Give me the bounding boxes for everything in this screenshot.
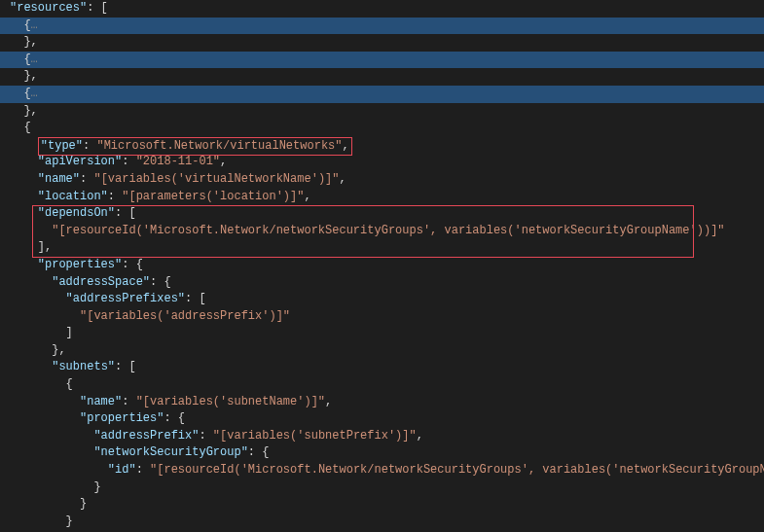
- code-line[interactable]: "properties": {: [0, 410, 764, 428]
- code-line[interactable]: {: [0, 120, 764, 137]
- code-line-collapsed[interactable]: {…: [0, 52, 764, 69]
- code-line[interactable]: ]: [0, 325, 764, 342]
- code-line-collapsed[interactable]: {…: [0, 18, 764, 35]
- code-line[interactable]: "resources": [: [0, 0, 764, 18]
- code-line[interactable]: },: [0, 68, 764, 86]
- code-line[interactable]: },: [0, 342, 764, 360]
- code-line[interactable]: "networkSecurityGroup": {: [0, 444, 764, 462]
- code-line[interactable]: "apiVersion": "2018-11-01",: [0, 154, 764, 171]
- code-line[interactable]: "addressPrefixes": [: [0, 291, 764, 308]
- fold-indicator[interactable]: …: [31, 87, 38, 100]
- code-line[interactable]: "id": "[resourceId('Microsoft.Network/ne…: [0, 462, 764, 479]
- code-line[interactable]: }: [0, 479, 764, 497]
- fold-indicator[interactable]: …: [31, 53, 38, 66]
- code-editor[interactable]: "resources": [ {… }, {… }, {… }, { "type…: [0, 0, 764, 532]
- code-line-collapsed[interactable]: {…: [0, 86, 764, 103]
- code-line[interactable]: "addressPrefix": "[variables('subnetPref…: [0, 428, 764, 445]
- code-line[interactable]: "[variables('addressPrefix')]": [0, 308, 764, 326]
- code-line[interactable]: "[resourceId('Microsoft.Network/networkS…: [0, 223, 764, 240]
- code-line[interactable]: "properties": {: [0, 257, 764, 274]
- code-line[interactable]: "subnets": [: [0, 359, 764, 376]
- code-line[interactable]: },: [0, 103, 764, 121]
- code-line[interactable]: ],: [0, 239, 764, 257]
- code-line[interactable]: "dependsOn": [: [0, 205, 764, 223]
- code-line[interactable]: {: [0, 376, 764, 394]
- code-line[interactable]: "addressSpace": {: [0, 274, 764, 292]
- fold-indicator[interactable]: …: [31, 18, 38, 32]
- code-line[interactable]: "location": "[parameters('location')]",: [0, 189, 764, 206]
- code-line[interactable]: "name": "[variables('subnetName')]",: [0, 394, 764, 411]
- code-line[interactable]: "name": "[variables('virtualNetworkName'…: [0, 171, 764, 189]
- code-line[interactable]: }: [0, 514, 764, 531]
- code-line[interactable]: "type": "Microsoft.Network/virtualNetwor…: [0, 137, 764, 155]
- code-line[interactable]: }: [0, 496, 764, 514]
- code-line[interactable]: },: [0, 34, 764, 52]
- json-key: "resources": [10, 1, 87, 15]
- json-punct: : [: [87, 1, 108, 15]
